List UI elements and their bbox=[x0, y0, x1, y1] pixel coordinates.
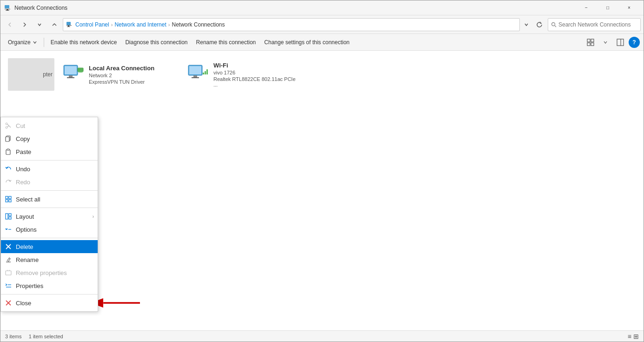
menu-item-properties[interactable]: Properties bbox=[1, 279, 98, 292]
lan-info: Local Area Connection Network 2 ExpressV… bbox=[89, 65, 154, 85]
search-input[interactable] bbox=[558, 21, 637, 28]
svg-rect-19 bbox=[67, 77, 74, 78]
organize-button[interactable]: Organize bbox=[4, 36, 41, 49]
lan-icon bbox=[62, 63, 84, 86]
svg-rect-39 bbox=[7, 149, 9, 150]
undo-label: Undo bbox=[16, 166, 94, 173]
selected-count: 1 item selected bbox=[29, 334, 63, 339]
help-button[interactable]: ? bbox=[629, 37, 640, 48]
svg-rect-5 bbox=[66, 25, 72, 26]
menu-item-options[interactable]: Options bbox=[1, 223, 98, 236]
properties-label: Properties bbox=[16, 282, 94, 289]
address-dropdown-button[interactable] bbox=[522, 18, 531, 31]
diagnose-button[interactable]: Diagnose this connection bbox=[121, 36, 191, 49]
wifi-info: Wi-Fi vivo 1726 Realtek RTL8822CE 802.11… bbox=[213, 62, 300, 87]
preview-icon bbox=[617, 39, 624, 46]
address-box[interactable]: Control Panel › Network and Internet › N… bbox=[63, 18, 520, 31]
select-all-label: Select all bbox=[16, 196, 94, 203]
items-count: 3 items bbox=[5, 334, 21, 339]
minimize-button[interactable]: − bbox=[576, 0, 597, 15]
svg-rect-4 bbox=[66, 22, 71, 25]
title-bar: Network Connections − □ × bbox=[0, 0, 644, 15]
status-list-view-icon[interactable]: ≡ bbox=[628, 333, 631, 340]
address-icon bbox=[66, 21, 73, 28]
scissors-icon bbox=[5, 122, 12, 129]
partial-card-text: pter bbox=[43, 71, 53, 78]
copy-label: Copy bbox=[16, 135, 94, 142]
delete-icon bbox=[5, 243, 12, 250]
svg-rect-0 bbox=[5, 5, 9, 8]
menu-item-select-all[interactable]: Select all bbox=[1, 193, 98, 206]
menu-item-delete[interactable]: Delete bbox=[1, 240, 98, 253]
remove-props-icon bbox=[5, 269, 12, 276]
svg-line-9 bbox=[555, 26, 556, 27]
menu-separator-2 bbox=[1, 190, 98, 191]
wifi-icon bbox=[186, 63, 209, 86]
lan-name: Local Area Connection bbox=[89, 65, 154, 72]
svg-rect-10 bbox=[587, 39, 590, 42]
menu-item-redo[interactable]: Redo bbox=[1, 175, 98, 188]
svg-rect-28 bbox=[192, 77, 199, 78]
search-box[interactable] bbox=[548, 18, 641, 31]
menu-item-layout[interactable]: Layout › bbox=[1, 210, 98, 223]
restore-button[interactable]: □ bbox=[597, 0, 618, 15]
svg-rect-1 bbox=[5, 9, 10, 9]
options-label: Options bbox=[16, 226, 94, 233]
svg-rect-42 bbox=[6, 200, 8, 202]
svg-rect-37 bbox=[6, 137, 9, 141]
view-chevron-icon bbox=[603, 40, 608, 45]
menu-item-cut[interactable]: Cut bbox=[1, 119, 98, 132]
redo-icon bbox=[5, 178, 12, 186]
menu-separator-4 bbox=[1, 238, 98, 238]
context-menu: Cut Copy Paste bbox=[0, 117, 98, 312]
remove-props-label: Remove properties bbox=[16, 269, 94, 276]
breadcrumb-mid[interactable]: Network and Internet bbox=[114, 21, 166, 28]
enable-device-button[interactable]: Enable this network device bbox=[47, 36, 121, 49]
diagnose-label: Diagnose this connection bbox=[125, 39, 187, 46]
view-toggle-button[interactable] bbox=[584, 36, 597, 49]
svg-rect-45 bbox=[9, 214, 11, 216]
svg-rect-43 bbox=[9, 200, 11, 202]
window: Network Connections − □ × bbox=[0, 0, 644, 342]
refresh-button[interactable] bbox=[533, 18, 546, 31]
breadcrumb-sep1: › bbox=[111, 22, 113, 27]
status-grid-view-icon[interactable]: ⊞ bbox=[633, 333, 639, 340]
close-label: Close bbox=[16, 300, 94, 307]
recent-locations-button[interactable] bbox=[33, 18, 46, 31]
back-button[interactable] bbox=[3, 18, 16, 31]
toolbar-separator-1 bbox=[44, 38, 44, 47]
svg-rect-6 bbox=[68, 26, 69, 27]
svg-point-32 bbox=[6, 123, 7, 125]
organize-label: Organize bbox=[8, 39, 31, 46]
forward-button[interactable] bbox=[18, 18, 31, 31]
partial-network-card[interactable]: pter bbox=[8, 58, 54, 91]
menu-item-remove-properties[interactable]: Remove properties bbox=[1, 266, 98, 279]
svg-rect-17 bbox=[65, 66, 77, 74]
menu-item-close[interactable]: Close bbox=[1, 296, 98, 309]
menu-item-undo[interactable]: Undo bbox=[1, 162, 98, 175]
toolbar: Organize Enable this network device Diag… bbox=[0, 34, 644, 51]
view-dropdown-button[interactable] bbox=[599, 36, 612, 49]
cut-label: Cut bbox=[16, 122, 94, 129]
change-settings-button[interactable]: Change settings of this connection bbox=[260, 36, 353, 49]
menu-item-rename[interactable]: Rename bbox=[1, 253, 98, 266]
layout-label: Layout bbox=[16, 213, 89, 220]
wifi-item[interactable]: Wi-Fi vivo 1726 Realtek RTL8822CE 802.11… bbox=[183, 58, 304, 91]
address-bar: Control Panel › Network and Internet › N… bbox=[0, 15, 644, 34]
menu-item-copy[interactable]: Copy bbox=[1, 132, 98, 145]
svg-rect-13 bbox=[591, 43, 594, 46]
svg-rect-27 bbox=[193, 75, 197, 77]
breadcrumb-root[interactable]: Control Panel bbox=[75, 21, 109, 28]
menu-item-paste[interactable]: Paste bbox=[1, 145, 98, 158]
rename-button[interactable]: Rename this connection bbox=[193, 36, 260, 49]
svg-rect-11 bbox=[591, 39, 594, 42]
layout-arrow-icon: › bbox=[93, 214, 94, 219]
svg-rect-44 bbox=[6, 214, 8, 219]
lan-driver: ExpressVPN TUN Driver bbox=[89, 79, 154, 85]
wifi-sub: vivo 1726 bbox=[213, 70, 300, 75]
svg-rect-23 bbox=[80, 70, 81, 73]
local-area-connection-item[interactable]: Local Area Connection Network 2 ExpressV… bbox=[58, 58, 179, 91]
preview-pane-button[interactable] bbox=[614, 36, 627, 49]
close-button[interactable]: × bbox=[618, 0, 640, 15]
up-button[interactable] bbox=[48, 18, 61, 31]
